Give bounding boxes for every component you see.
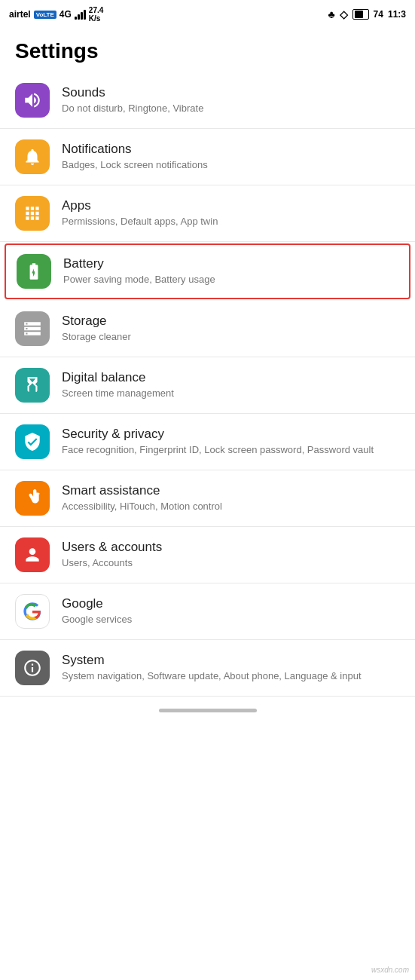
battery-charging-icon — [24, 262, 44, 281]
carrier-text: airtel — [9, 9, 31, 20]
google-subtitle: Google services — [62, 613, 400, 626]
sounds-icon-wrapper — [15, 83, 50, 118]
settings-item-digital-balance[interactable]: Digital balance Screen time management — [0, 357, 415, 414]
users-title: Users & accounts — [62, 540, 400, 555]
security-icon-wrapper — [15, 424, 50, 459]
hourglass-icon — [23, 375, 42, 395]
users-icon-wrapper — [15, 537, 50, 572]
google-icon-wrapper — [15, 594, 50, 629]
battery-text-wrapper: Battery Power saving mode, Battery usage — [63, 256, 398, 286]
digital-balance-subtitle: Screen time management — [62, 387, 400, 400]
settings-item-security[interactable]: Security & privacy Face recognition, Fin… — [0, 414, 415, 470]
shield-icon — [23, 432, 42, 452]
network-text: 4G — [60, 9, 72, 20]
page-title: Settings — [0, 27, 415, 72]
notifications-text: Notifications Badges, Lock screen notifi… — [62, 142, 400, 172]
google-text: Google Google services — [62, 596, 400, 626]
settings-list: Sounds Do not disturb, Ringtone, Vibrate… — [0, 72, 415, 697]
settings-item-system[interactable]: System System navigation, Software updat… — [0, 640, 415, 697]
apps-icon-wrapper — [15, 196, 50, 231]
settings-item-apps[interactable]: Apps Permissions, Default apps, App twin — [0, 185, 415, 242]
status-right: ♣ ◇ 74 11:3 — [328, 8, 406, 20]
speaker-icon — [23, 90, 42, 110]
bluetooth-icon: ♣ — [328, 8, 334, 20]
info-icon — [23, 658, 42, 678]
battery-subtitle: Power saving mode, Battery usage — [63, 273, 398, 286]
digital-balance-icon-wrapper — [15, 368, 50, 403]
settings-item-sounds[interactable]: Sounds Do not disturb, Ringtone, Vibrate — [0, 72, 415, 129]
system-subtitle: System navigation, Software update, Abou… — [62, 669, 400, 683]
smart-assistance-text: Smart assistance Accessibility, HiTouch,… — [62, 483, 400, 513]
notifications-subtitle: Badges, Lock screen notifications — [62, 158, 400, 172]
users-subtitle: Users, Accounts — [62, 556, 400, 570]
security-subtitle: Face recognition, Fingerprint ID, Lock s… — [62, 443, 400, 457]
smart-assistance-title: Smart assistance — [62, 483, 400, 498]
sounds-subtitle: Do not disturb, Ringtone, Vibrate — [62, 102, 400, 115]
system-text: System System navigation, Software updat… — [62, 653, 400, 683]
home-bar — [159, 709, 257, 712]
google-icon — [22, 601, 43, 622]
notifications-title: Notifications — [62, 142, 400, 157]
security-text: Security & privacy Face recognition, Fin… — [62, 427, 400, 457]
apps-title: Apps — [62, 198, 400, 213]
status-left: airtel VoLTE 4G 27.4K/s — [9, 6, 103, 23]
vibrate-icon: ◇ — [340, 8, 348, 20]
storage-icon — [23, 319, 42, 338]
digital-balance-title: Digital balance — [62, 370, 400, 385]
storage-text: Storage Storage cleaner — [62, 314, 400, 344]
smart-assistance-subtitle: Accessibility, HiTouch, Motion control — [62, 500, 400, 513]
bell-icon — [23, 147, 42, 167]
security-title: Security & privacy — [62, 427, 400, 442]
system-icon-wrapper — [15, 651, 50, 685]
volte-badge: VoLTE — [34, 11, 56, 19]
signal-icon — [75, 9, 86, 20]
speed-text: 27.4K/s — [89, 6, 103, 23]
battery-status-icon — [352, 9, 369, 20]
grid-icon — [23, 204, 42, 223]
settings-item-battery[interactable]: Battery Power saving mode, Battery usage — [5, 243, 410, 299]
status-bar: airtel VoLTE 4G 27.4K/s ♣ ◇ 74 11:3 — [0, 0, 415, 27]
home-indicator — [0, 697, 415, 727]
google-title: Google — [62, 596, 400, 611]
storage-subtitle: Storage cleaner — [62, 330, 400, 344]
users-text: Users & accounts Users, Accounts — [62, 540, 400, 570]
sounds-title: Sounds — [62, 85, 400, 100]
hand-icon — [23, 488, 42, 508]
storage-icon-wrapper — [15, 311, 50, 346]
settings-item-smart-assistance[interactable]: Smart assistance Accessibility, HiTouch,… — [0, 470, 415, 527]
settings-item-notifications[interactable]: Notifications Badges, Lock screen notifi… — [0, 129, 415, 185]
battery-title: Battery — [63, 256, 398, 271]
notifications-icon-wrapper — [15, 139, 50, 174]
system-title: System — [62, 653, 400, 668]
apps-subtitle: Permissions, Default apps, App twin — [62, 215, 400, 228]
digital-balance-text: Digital balance Screen time management — [62, 370, 400, 400]
apps-text: Apps Permissions, Default apps, App twin — [62, 198, 400, 228]
storage-title: Storage — [62, 314, 400, 329]
battery-icon-wrapper — [17, 254, 51, 289]
battery-text: 74 — [374, 9, 383, 20]
settings-item-storage[interactable]: Storage Storage cleaner — [0, 301, 415, 357]
settings-item-google[interactable]: Google Google services — [0, 583, 415, 640]
person-icon — [23, 545, 42, 565]
settings-item-users[interactable]: Users & accounts Users, Accounts — [0, 527, 415, 583]
smart-assistance-icon-wrapper — [15, 481, 50, 516]
sounds-text: Sounds Do not disturb, Ringtone, Vibrate — [62, 85, 400, 115]
time-text: 11:3 — [388, 9, 406, 20]
watermark: wsxdn.com — [371, 966, 409, 974]
